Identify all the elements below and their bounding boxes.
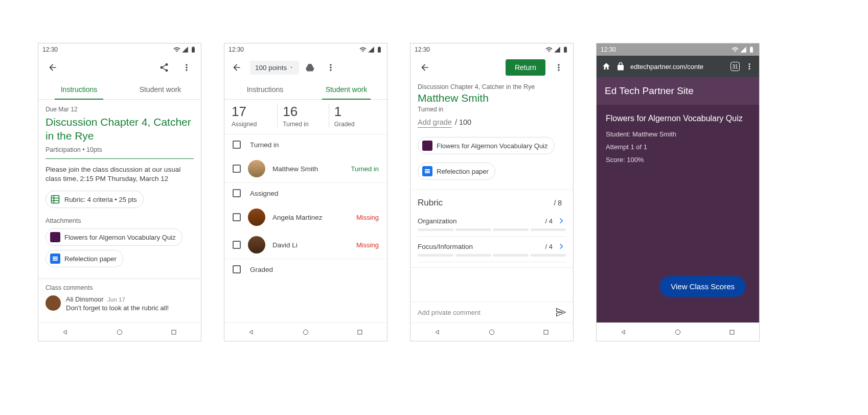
back-button[interactable] xyxy=(43,58,62,77)
checkbox[interactable] xyxy=(233,141,241,149)
nav-recent-icon[interactable] xyxy=(170,328,178,336)
criterion-label: Organization xyxy=(418,217,545,225)
clock: 12:30 xyxy=(601,46,732,53)
url-bar[interactable]: edtechpartner.com/conte xyxy=(630,63,725,71)
checkbox[interactable] xyxy=(233,265,241,273)
rubric-chip[interactable]: Rubric: 4 criteria • 25 pts xyxy=(45,191,144,208)
section-assigned[interactable]: Assigned xyxy=(224,182,387,203)
attachment-quiz[interactable]: Flowers for Algernon Vocabulary Quiz xyxy=(45,228,182,246)
attachment-label: Flowers for Algernon Vocabulary Quiz xyxy=(437,142,548,150)
android-navbar xyxy=(597,322,759,341)
nav-back-icon[interactable] xyxy=(247,328,256,336)
browser-toolbar: edtechpartner.com/conte 31 xyxy=(597,56,759,77)
wifi-icon xyxy=(173,46,180,53)
partner-app-icon xyxy=(50,232,60,242)
view-class-scores-button[interactable]: View Class Scores xyxy=(659,276,746,297)
student-row[interactable]: Angela Martinez Missing xyxy=(224,203,387,231)
comment-date: Jun 17 xyxy=(107,296,125,303)
drive-button[interactable] xyxy=(301,58,319,77)
back-button[interactable] xyxy=(416,58,434,77)
nav-back-icon[interactable] xyxy=(433,328,442,336)
attachment-doc[interactable]: Refelection paper xyxy=(45,250,123,267)
checkbox[interactable] xyxy=(233,213,241,221)
nav-recent-icon[interactable] xyxy=(728,328,736,336)
send-icon[interactable] xyxy=(556,307,566,317)
share-button[interactable] xyxy=(155,58,173,77)
tab-student-work[interactable]: Student work xyxy=(120,79,201,100)
nav-back-icon[interactable] xyxy=(61,328,70,336)
stat-turned-in[interactable]: 16 Turned in xyxy=(278,104,329,128)
nav-home-icon[interactable] xyxy=(674,328,682,336)
overflow-button[interactable] xyxy=(322,58,340,77)
section-graded[interactable]: Graded xyxy=(224,259,387,280)
grade-input[interactable]: Add grade xyxy=(418,118,452,128)
checkbox[interactable] xyxy=(233,165,241,173)
clock: 12:30 xyxy=(42,46,173,53)
attachment-label: Refelection paper xyxy=(437,168,489,175)
svg-point-5 xyxy=(489,330,494,334)
back-button[interactable] xyxy=(227,58,246,77)
site-title: Ed Tech Partner Site xyxy=(597,77,759,105)
battery-icon xyxy=(190,46,197,53)
rubric-total: / 8 xyxy=(554,199,562,207)
attachment-doc[interactable]: Refelection paper xyxy=(418,163,495,180)
clock: 12:30 xyxy=(229,46,359,53)
android-navbar xyxy=(224,322,387,341)
svg-rect-6 xyxy=(544,330,548,334)
comment-item: Ali Dinsmoor Jun 17 Don't forget to look… xyxy=(45,295,194,312)
rubric-criterion[interactable]: Focus/Information / 4 xyxy=(418,237,566,262)
svg-point-3 xyxy=(303,330,308,334)
criterion-label: Focus/Information xyxy=(418,243,545,250)
stat-label: Assigned xyxy=(232,121,277,128)
attachments-label: Attachments xyxy=(45,217,194,224)
nav-home-icon[interactable] xyxy=(116,328,124,336)
svg-rect-0 xyxy=(52,196,59,203)
checkbox[interactable] xyxy=(233,189,241,197)
nav-recent-icon[interactable] xyxy=(542,328,550,336)
stat-graded[interactable]: 1 Graded xyxy=(329,104,380,128)
breadcrumb: Discussion Chapter 4, Catcher in the Rye xyxy=(418,83,566,90)
stat-number: 16 xyxy=(283,104,328,120)
section-turned-in[interactable]: Turned in xyxy=(224,134,387,155)
summary-stats: 17 Assigned 16 Turned in 1 Graded xyxy=(224,100,387,134)
stat-number: 1 xyxy=(334,104,380,120)
student-row[interactable]: David Li Missing xyxy=(224,231,387,259)
section-label: Graded xyxy=(250,266,273,273)
home-icon[interactable] xyxy=(602,62,611,71)
student-line: Student: Matthew Smith xyxy=(606,130,750,138)
student-name: David Li xyxy=(272,241,349,249)
attachment-label: Refelection paper xyxy=(64,255,117,263)
overflow-button[interactable] xyxy=(550,58,568,77)
nav-recent-icon[interactable] xyxy=(356,328,364,336)
return-button[interactable]: Return xyxy=(506,59,545,76)
signal-icon xyxy=(740,46,747,53)
avatar xyxy=(248,236,265,253)
nav-home-icon[interactable] xyxy=(302,328,310,336)
avatar xyxy=(45,295,61,311)
stat-number: 17 xyxy=(232,104,277,120)
student-row[interactable]: Matthew Smith Turned in xyxy=(224,155,387,182)
docs-icon xyxy=(50,253,60,264)
rubric-criterion[interactable]: Organization / 4 xyxy=(418,211,566,237)
svg-point-1 xyxy=(117,330,122,334)
stat-assigned[interactable]: 17 Assigned xyxy=(232,104,278,128)
screen-instructions: 12:30 Instructions Student work Due Mar … xyxy=(38,43,201,341)
tab-instructions[interactable]: Instructions xyxy=(224,79,306,100)
nav-back-icon[interactable] xyxy=(620,328,628,336)
attachment-quiz[interactable]: Flowers for Algernon Vocabulary Quiz xyxy=(418,137,555,154)
checkbox[interactable] xyxy=(233,241,241,249)
overflow-button[interactable] xyxy=(177,58,196,77)
tab-count[interactable]: 31 xyxy=(730,62,740,71)
nav-home-icon[interactable] xyxy=(488,328,496,336)
tab-student-work[interactable]: Student work xyxy=(306,79,387,100)
screen-partner-site: 12:30 edtechpartner.com/conte 31 Ed Tech… xyxy=(596,43,760,341)
rubric-header[interactable]: Rubric / 8 xyxy=(418,195,566,211)
points-dropdown[interactable]: 100 points xyxy=(250,61,299,75)
dropdown-icon xyxy=(289,65,294,70)
tab-instructions[interactable]: Instructions xyxy=(38,79,120,100)
svg-rect-4 xyxy=(358,330,362,334)
overflow-icon[interactable] xyxy=(745,62,754,71)
comments-label: Class comments xyxy=(45,284,194,291)
attempt-line: Attempt 1 of 1 xyxy=(606,143,750,151)
private-comment-input[interactable]: Add private comment xyxy=(410,302,573,322)
